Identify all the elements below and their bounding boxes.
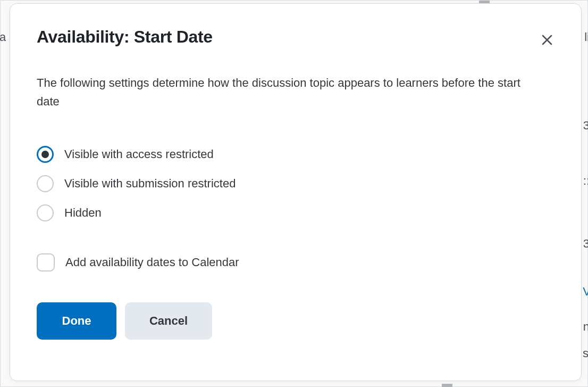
visibility-radio-group: Visible with access restricted Visible w… xyxy=(37,146,555,221)
backdrop-fragment: :: xyxy=(583,174,588,188)
dialog-title: Availability: Start Date xyxy=(37,27,213,47)
radio-hidden[interactable]: Hidden xyxy=(37,204,555,221)
dialog-description: The following settings determine how the… xyxy=(37,73,526,111)
radio-label: Visible with access restricted xyxy=(64,147,214,161)
backdrop-fragment: V xyxy=(583,285,588,299)
checkbox-label: Add availability dates to Calendar xyxy=(65,256,239,269)
cancel-button[interactable]: Cancel xyxy=(125,302,212,340)
backdrop-fragment: s xyxy=(583,347,588,360)
done-button[interactable]: Done xyxy=(37,302,116,340)
radio-visible-access-restricted[interactable]: Visible with access restricted xyxy=(37,146,555,163)
backdrop-fragment: li xyxy=(584,30,588,44)
close-button[interactable] xyxy=(537,30,557,51)
radio-label: Hidden xyxy=(64,206,102,220)
backdrop-fragment: 3 xyxy=(583,237,588,251)
radio-label: Visible with submission restricted xyxy=(64,177,236,191)
add-to-calendar-checkbox[interactable]: Add availability dates to Calendar xyxy=(37,253,555,271)
radio-visible-submission-restricted[interactable]: Visible with submission restricted xyxy=(37,175,555,192)
backdrop-fragment: n xyxy=(583,320,588,334)
backdrop-marker xyxy=(442,384,452,387)
dialog-header: Availability: Start Date xyxy=(37,27,555,51)
radio-indicator xyxy=(37,204,54,221)
backdrop-fragment: 3 xyxy=(583,119,588,133)
checkbox-indicator xyxy=(37,253,55,271)
radio-indicator xyxy=(37,146,54,163)
close-icon xyxy=(541,34,553,48)
radio-indicator xyxy=(37,175,54,192)
backdrop-fragment: a xyxy=(0,30,6,44)
availability-start-date-dialog: Availability: Start Date The following s… xyxy=(10,3,582,381)
dialog-footer-buttons: Done Cancel xyxy=(37,302,555,340)
